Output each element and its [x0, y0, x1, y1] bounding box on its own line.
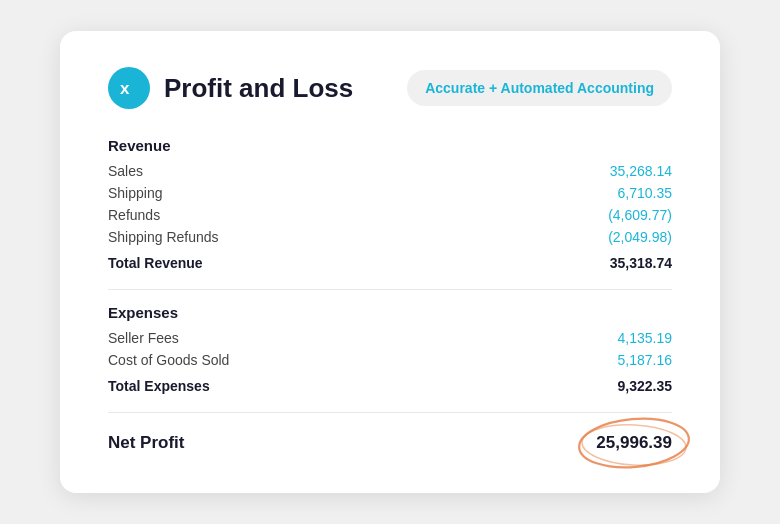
expenses-seller-fees-row: Seller Fees 4,135.19	[108, 327, 672, 349]
badge: Accurate + Automated Accounting	[407, 70, 672, 106]
revenue-section: Revenue Sales 35,268.14 Shipping 6,710.3…	[108, 137, 672, 271]
svg-text:x: x	[120, 79, 130, 98]
net-profit-label: Net Profit	[108, 433, 185, 453]
revenue-shipping-label: Shipping	[108, 185, 163, 201]
net-profit-row: Net Profit 25,996.39	[108, 427, 672, 453]
total-expenses-label: Total Expenses	[108, 378, 210, 394]
total-revenue-value: 35,318.74	[610, 255, 672, 271]
profit-loss-card: x Profit and Loss Accurate + Automated A…	[60, 31, 720, 493]
xero-logo: x	[108, 67, 150, 109]
revenue-shipping-value: 6,710.35	[618, 185, 673, 201]
expenses-section-header: Expenses	[108, 304, 672, 321]
expenses-seller-fees-label: Seller Fees	[108, 330, 179, 346]
revenue-refunds-value: (4,609.77)	[608, 207, 672, 223]
revenue-section-header: Revenue	[108, 137, 672, 154]
header-left: x Profit and Loss	[108, 67, 353, 109]
revenue-sales-row: Sales 35,268.14	[108, 160, 672, 182]
expenses-section: Expenses Seller Fees 4,135.19 Cost of Go…	[108, 304, 672, 394]
revenue-shipping-refunds-label: Shipping Refunds	[108, 229, 219, 245]
expenses-cogs-label: Cost of Goods Sold	[108, 352, 229, 368]
total-revenue-label: Total Revenue	[108, 255, 203, 271]
expenses-cogs-value: 5,187.16	[618, 352, 673, 368]
revenue-sales-value: 35,268.14	[610, 163, 672, 179]
net-profit-value: 25,996.39	[596, 433, 672, 452]
expenses-cogs-row: Cost of Goods Sold 5,187.16	[108, 349, 672, 371]
revenue-refunds-label: Refunds	[108, 207, 160, 223]
revenue-shipping-row: Shipping 6,710.35	[108, 182, 672, 204]
total-expenses-row: Total Expenses 9,322.35	[108, 373, 672, 394]
revenue-refunds-row: Refunds (4,609.77)	[108, 204, 672, 226]
expenses-seller-fees-value: 4,135.19	[618, 330, 673, 346]
revenue-shipping-refunds-value: (2,049.98)	[608, 229, 672, 245]
page-title: Profit and Loss	[164, 73, 353, 104]
net-profit-divider	[108, 412, 672, 413]
net-profit-value-container: 25,996.39	[596, 433, 672, 453]
total-revenue-row: Total Revenue 35,318.74	[108, 250, 672, 271]
card-header: x Profit and Loss Accurate + Automated A…	[108, 67, 672, 109]
revenue-sales-label: Sales	[108, 163, 143, 179]
section-divider	[108, 289, 672, 290]
total-expenses-value: 9,322.35	[618, 378, 673, 394]
revenue-shipping-refunds-row: Shipping Refunds (2,049.98)	[108, 226, 672, 248]
